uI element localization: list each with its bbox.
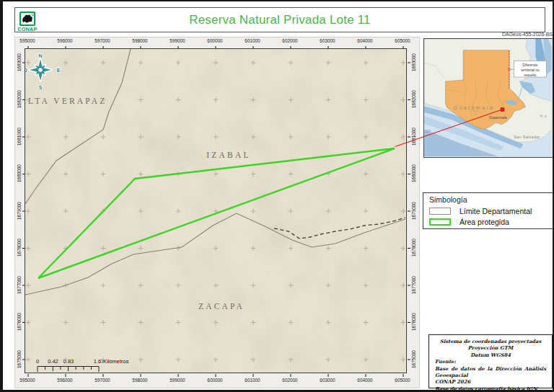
y-axis-label-right: 1675000	[410, 343, 417, 375]
basemap-small-label: 22t	[425, 130, 431, 133]
scale-label-0: 0	[36, 358, 39, 365]
crs-line: Sistema de coordenadas proyectadas	[435, 339, 546, 345]
y-axis-label-right: 1679000	[410, 195, 417, 226]
gray-outline-swatch-icon	[429, 208, 451, 215]
map-document-page: CONAP Reserva Natural Privada Lote 11 DA…	[0, 0, 554, 392]
x-axis-label-top: 601000	[238, 38, 267, 44]
x-axis-label-bottom: 603000	[313, 378, 342, 383]
x-axis-label-bottom: 600000	[201, 378, 229, 383]
datum-line: Datum WGS84	[435, 352, 546, 359]
y-axis-label-right: 1681000	[410, 120, 417, 152]
x-axis-label-bottom: 596000	[50, 378, 79, 383]
x-axis-label-top: 604000	[351, 38, 379, 44]
capital-label-guatemala: Guatemala	[489, 115, 507, 120]
x-axis-label-top: 602000	[276, 38, 304, 44]
source-line-2: CONAP 2026	[435, 379, 546, 386]
overview-inset-map: Diferendo territorial no resuelto Guatem…	[423, 38, 553, 158]
x-axis-label-top: 597000	[88, 38, 117, 44]
y-axis-label-left: 1676000	[16, 306, 22, 338]
y-axis-label-right: 1677000	[410, 269, 417, 300]
compass-east-label: E	[57, 68, 61, 73]
compass-south-label: S	[39, 85, 43, 90]
y-axis-label-right: 1678000	[410, 232, 417, 264]
region-label-izabal: IZABAL	[206, 151, 250, 159]
country-label-honduras-partial: Ho	[540, 114, 548, 118]
note-line-3: resuelto	[524, 74, 536, 77]
city-label-san-salvador: San Salvador	[514, 135, 540, 139]
green-outline-swatch-icon	[429, 218, 451, 226]
note-line-2: territorial no	[521, 68, 540, 72]
y-axis-label-left: 1679000	[16, 195, 22, 226]
scale-unit-label: Kilómetros	[103, 358, 129, 365]
country-label-guatemala: Guatemala	[454, 105, 495, 110]
y-axis-label-right: 1683000	[410, 46, 417, 78]
y-axis-label-left: 1682000	[16, 84, 22, 115]
y-axis-label-right: 1680000	[410, 158, 417, 190]
credits-box: Sistema de coordenadas proyectadas Proye…	[428, 334, 553, 388]
x-axis-label-bottom: 602000	[276, 378, 304, 383]
region-label-zacapa: ZACAPA	[198, 302, 245, 311]
y-axis-label-right: 1676000	[410, 306, 417, 338]
compass-north-label: N	[38, 53, 42, 58]
y-axis-label-left: 1680000	[16, 158, 22, 190]
main-map: ALTA VERAPAZ IZABAL ZACAPA N E S O	[25, 48, 407, 373]
y-axis-label-left: 1678000	[16, 232, 22, 264]
x-axis-label-top: 600000	[201, 38, 229, 44]
document-code: DAGeos-455-2026-BS	[423, 32, 553, 37]
note-line-1: Diferendo	[523, 63, 538, 67]
scale-label-042: 0.42	[48, 358, 58, 365]
x-axis-label-top: 599000	[163, 38, 192, 44]
x-axis-label-top: 603000	[313, 38, 342, 44]
header-bar: CONAP Reserva Natural Privada Lote 11	[14, 7, 545, 32]
region-label-alta-verapaz: ALTA VERAPAZ	[25, 97, 107, 105]
x-axis-label-top: 595000	[13, 38, 42, 44]
y-axis-label-left: 1677000	[16, 269, 22, 300]
legend-item-label: Área protegida	[460, 218, 509, 226]
y-axis-label-left: 1681000	[16, 120, 22, 152]
main-map-canvas: ALTA VERAPAZ IZABAL ZACAPA N E S O	[25, 49, 405, 372]
page-title: Reserva Natural Privada Lote 11	[15, 8, 545, 32]
x-axis-label-bottom: 599000	[163, 378, 192, 383]
x-axis-label-bottom: 598000	[126, 378, 154, 383]
inset-canvas: Diferendo territorial no resuelto Guatem…	[424, 39, 552, 156]
x-axis-label-top: 596000	[50, 38, 79, 44]
y-axis-label-left: 1675000	[16, 343, 22, 375]
legend-item-protected-area: Área protegida	[429, 216, 553, 227]
legend-title: Simbología	[429, 195, 553, 204]
x-axis-label-bottom: 605000	[388, 378, 417, 383]
x-axis-label-bottom: 604000	[351, 378, 379, 383]
legend: Simbología Límite Departamental Área pro…	[423, 192, 553, 229]
source-heading: Fuente:	[435, 359, 546, 365]
y-axis-label-right: 1682000	[410, 84, 417, 115]
source-line-1: Base de datos de la Dirección Análisis G…	[435, 366, 546, 380]
x-axis-label-bottom: 595000	[13, 378, 42, 383]
projection-line: Proyección GTM	[435, 345, 546, 352]
x-axis-label-bottom: 597000	[88, 378, 117, 383]
x-axis-label-bottom: 601000	[238, 378, 267, 383]
x-axis-label-top: 605000	[388, 38, 417, 44]
source-line-3: Base de datos cartografía básica IGN 201…	[435, 386, 546, 392]
x-axis-label-top: 598000	[126, 38, 154, 44]
legend-item-departmental-limit: Límite Departamental	[429, 205, 553, 216]
legend-item-label: Límite Departamental	[460, 207, 532, 215]
y-axis-label-left: 1683000	[16, 46, 22, 78]
scale-label-083: 0.83	[63, 358, 74, 365]
